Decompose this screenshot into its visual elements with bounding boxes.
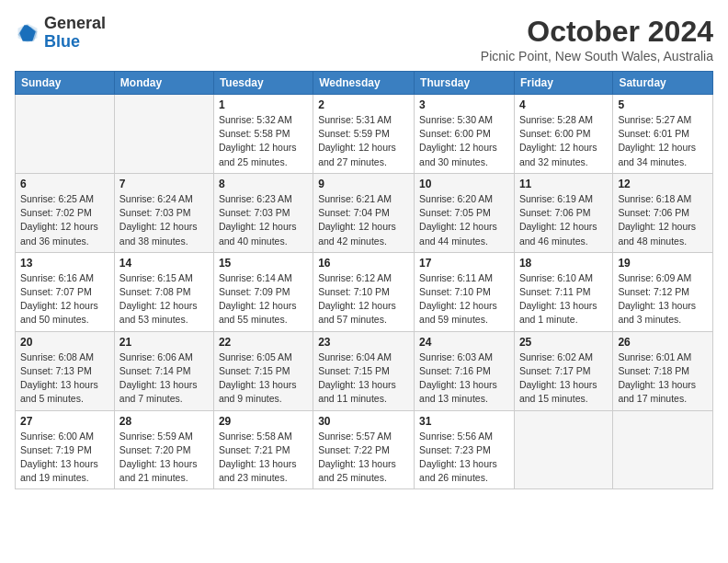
day-info: Sunrise: 6:04 AM Sunset: 7:15 PM Dayligh… xyxy=(318,350,409,407)
calendar-table: SundayMondayTuesdayWednesdayThursdayFrid… xyxy=(15,71,713,489)
day-cell: 29Sunrise: 5:58 AM Sunset: 7:21 PM Dayli… xyxy=(213,410,313,489)
week-row-1: 1Sunrise: 5:32 AM Sunset: 5:58 PM Daylig… xyxy=(16,95,713,174)
day-number: 3 xyxy=(419,98,509,111)
day-number: 11 xyxy=(519,178,608,190)
col-header-monday: Monday xyxy=(114,72,213,95)
day-info: Sunrise: 6:09 AM Sunset: 7:12 PM Dayligh… xyxy=(618,271,708,327)
day-number: 31 xyxy=(419,415,509,428)
logo-icon xyxy=(15,20,40,46)
day-info: Sunrise: 5:58 AM Sunset: 7:21 PM Dayligh… xyxy=(219,430,308,486)
day-cell: 15Sunrise: 6:14 AM Sunset: 7:09 PM Dayli… xyxy=(213,252,313,331)
day-info: Sunrise: 6:21 AM Sunset: 7:04 PM Dayligh… xyxy=(318,192,409,248)
day-info: Sunrise: 6:10 AM Sunset: 7:11 PM Dayligh… xyxy=(519,271,608,327)
day-number: 16 xyxy=(318,257,409,270)
day-cell: 26Sunrise: 6:01 AM Sunset: 7:18 PM Dayli… xyxy=(613,331,713,410)
month-title: October 2024 xyxy=(481,15,713,49)
day-number: 6 xyxy=(20,178,109,190)
day-info: Sunrise: 6:08 AM Sunset: 7:13 PM Dayligh… xyxy=(20,350,109,407)
day-cell: 30Sunrise: 5:57 AM Sunset: 7:22 PM Dayli… xyxy=(313,410,415,489)
col-header-tuesday: Tuesday xyxy=(213,72,313,95)
day-number: 9 xyxy=(318,178,409,190)
day-info: Sunrise: 6:19 AM Sunset: 7:06 PM Dayligh… xyxy=(519,192,608,248)
day-cell: 7Sunrise: 6:24 AM Sunset: 7:03 PM Daylig… xyxy=(114,173,213,252)
day-cell: 1Sunrise: 5:32 AM Sunset: 5:58 PM Daylig… xyxy=(213,95,313,174)
day-number: 10 xyxy=(419,178,509,190)
day-number: 8 xyxy=(219,178,308,190)
day-info: Sunrise: 6:06 AM Sunset: 7:14 PM Dayligh… xyxy=(119,350,209,407)
day-cell: 12Sunrise: 6:18 AM Sunset: 7:06 PM Dayli… xyxy=(613,173,713,252)
day-cell xyxy=(16,95,115,174)
day-cell xyxy=(613,410,713,489)
day-cell: 8Sunrise: 6:23 AM Sunset: 7:03 PM Daylig… xyxy=(213,173,313,252)
day-info: Sunrise: 6:00 AM Sunset: 7:19 PM Dayligh… xyxy=(20,430,109,486)
day-number: 29 xyxy=(219,415,308,428)
day-number: 12 xyxy=(618,178,708,190)
day-info: Sunrise: 6:14 AM Sunset: 7:09 PM Dayligh… xyxy=(219,271,308,327)
day-info: Sunrise: 5:31 AM Sunset: 5:59 PM Dayligh… xyxy=(318,113,409,169)
day-number: 15 xyxy=(219,257,308,270)
day-number: 22 xyxy=(219,336,308,349)
day-cell xyxy=(114,95,213,174)
col-header-sunday: Sunday xyxy=(16,72,115,95)
day-cell: 28Sunrise: 5:59 AM Sunset: 7:20 PM Dayli… xyxy=(114,410,213,489)
day-cell: 3Sunrise: 5:30 AM Sunset: 6:00 PM Daylig… xyxy=(415,95,515,174)
day-number: 5 xyxy=(618,98,708,111)
day-info: Sunrise: 6:15 AM Sunset: 7:08 PM Dayligh… xyxy=(119,271,209,327)
day-info: Sunrise: 6:03 AM Sunset: 7:16 PM Dayligh… xyxy=(419,350,509,407)
day-cell: 27Sunrise: 6:00 AM Sunset: 7:19 PM Dayli… xyxy=(16,410,115,489)
day-number: 24 xyxy=(419,336,509,349)
week-row-2: 6Sunrise: 6:25 AM Sunset: 7:02 PM Daylig… xyxy=(16,173,713,252)
day-number: 20 xyxy=(20,336,109,349)
day-info: Sunrise: 6:01 AM Sunset: 7:18 PM Dayligh… xyxy=(618,350,708,407)
col-header-friday: Friday xyxy=(514,72,612,95)
day-cell: 18Sunrise: 6:10 AM Sunset: 7:11 PM Dayli… xyxy=(514,252,612,331)
day-cell: 16Sunrise: 6:12 AM Sunset: 7:10 PM Dayli… xyxy=(313,252,415,331)
day-cell: 14Sunrise: 6:15 AM Sunset: 7:08 PM Dayli… xyxy=(114,252,213,331)
day-cell: 17Sunrise: 6:11 AM Sunset: 7:10 PM Dayli… xyxy=(415,252,515,331)
day-cell: 23Sunrise: 6:04 AM Sunset: 7:15 PM Dayli… xyxy=(313,331,415,410)
location: Picnic Point, New South Wales, Australia xyxy=(481,49,713,63)
day-info: Sunrise: 6:24 AM Sunset: 7:03 PM Dayligh… xyxy=(119,192,209,248)
col-header-wednesday: Wednesday xyxy=(313,72,415,95)
day-number: 26 xyxy=(618,336,708,349)
day-number: 2 xyxy=(318,98,409,111)
logo: General Blue xyxy=(15,15,106,52)
day-info: Sunrise: 6:16 AM Sunset: 7:07 PM Dayligh… xyxy=(20,271,109,327)
day-cell: 5Sunrise: 5:27 AM Sunset: 6:01 PM Daylig… xyxy=(613,95,713,174)
day-info: Sunrise: 6:11 AM Sunset: 7:10 PM Dayligh… xyxy=(419,271,509,327)
day-cell: 19Sunrise: 6:09 AM Sunset: 7:12 PM Dayli… xyxy=(613,252,713,331)
day-cell: 9Sunrise: 6:21 AM Sunset: 7:04 PM Daylig… xyxy=(313,173,415,252)
day-number: 28 xyxy=(119,415,209,428)
day-info: Sunrise: 6:05 AM Sunset: 7:15 PM Dayligh… xyxy=(219,350,308,407)
day-info: Sunrise: 6:20 AM Sunset: 7:05 PM Dayligh… xyxy=(419,192,509,248)
day-info: Sunrise: 5:56 AM Sunset: 7:23 PM Dayligh… xyxy=(419,430,509,486)
day-number: 7 xyxy=(119,178,209,190)
day-number: 17 xyxy=(419,257,509,270)
day-cell: 2Sunrise: 5:31 AM Sunset: 5:59 PM Daylig… xyxy=(313,95,415,174)
page-header: General Blue October 2024 Picnic Point, … xyxy=(15,15,713,63)
day-cell: 25Sunrise: 6:02 AM Sunset: 7:17 PM Dayli… xyxy=(514,331,612,410)
day-cell: 4Sunrise: 5:28 AM Sunset: 6:00 PM Daylig… xyxy=(514,95,612,174)
day-cell: 13Sunrise: 6:16 AM Sunset: 7:07 PM Dayli… xyxy=(16,252,115,331)
day-info: Sunrise: 6:02 AM Sunset: 7:17 PM Dayligh… xyxy=(519,350,608,407)
day-cell: 24Sunrise: 6:03 AM Sunset: 7:16 PM Dayli… xyxy=(415,331,515,410)
day-number: 18 xyxy=(519,257,608,270)
day-cell: 6Sunrise: 6:25 AM Sunset: 7:02 PM Daylig… xyxy=(16,173,115,252)
day-info: Sunrise: 5:57 AM Sunset: 7:22 PM Dayligh… xyxy=(318,430,409,486)
day-info: Sunrise: 6:25 AM Sunset: 7:02 PM Dayligh… xyxy=(20,192,109,248)
day-cell xyxy=(514,410,612,489)
day-info: Sunrise: 5:27 AM Sunset: 6:01 PM Dayligh… xyxy=(618,113,708,169)
day-number: 21 xyxy=(119,336,209,349)
day-number: 13 xyxy=(20,257,109,270)
col-header-thursday: Thursday xyxy=(415,72,515,95)
day-info: Sunrise: 5:32 AM Sunset: 5:58 PM Dayligh… xyxy=(219,113,308,169)
day-cell: 11Sunrise: 6:19 AM Sunset: 7:06 PM Dayli… xyxy=(514,173,612,252)
day-number: 27 xyxy=(20,415,109,428)
day-number: 14 xyxy=(119,257,209,270)
title-section: October 2024 Picnic Point, New South Wal… xyxy=(481,15,713,63)
day-info: Sunrise: 6:18 AM Sunset: 7:06 PM Dayligh… xyxy=(618,192,708,248)
day-number: 23 xyxy=(318,336,409,349)
day-cell: 20Sunrise: 6:08 AM Sunset: 7:13 PM Dayli… xyxy=(16,331,115,410)
day-info: Sunrise: 5:28 AM Sunset: 6:00 PM Dayligh… xyxy=(519,113,608,169)
week-row-5: 27Sunrise: 6:00 AM Sunset: 7:19 PM Dayli… xyxy=(16,410,713,489)
